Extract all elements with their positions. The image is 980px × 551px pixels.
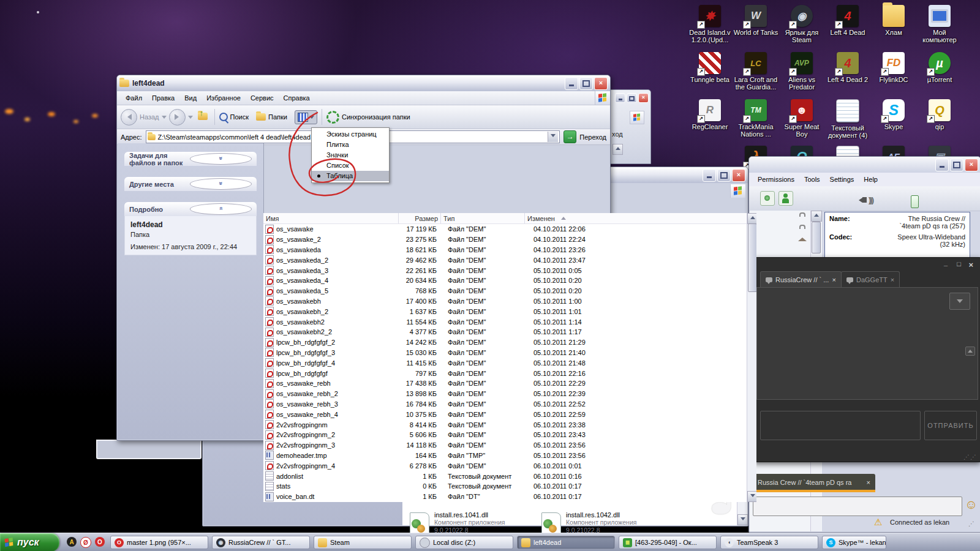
file-row[interactable]: os_vsawakeda_2 29 462 КБ Файл "DEM" 04.1… [263,255,747,265]
desktop-icon[interactable]: 4↗ Left 4 Dead 2 [825,52,870,91]
desktop-icon[interactable]: AVP↗ Aliens vs Predator [779,52,824,91]
column-header-modified[interactable]: Изменен [525,213,756,223]
file-row[interactable]: os_vsawakebh 17 400 КБ Файл "DEM" 05.10.… [263,296,747,307]
menu-item[interactable]: Вид [179,92,202,103]
start-button[interactable]: пуск [0,533,59,551]
desktop-icon[interactable]: LC↗ Lara Croft and the Guardia... [733,52,778,91]
chat-input[interactable] [760,411,921,440]
search-icon[interactable] [219,113,228,121]
desktop-icon[interactable]: ✸↗ Dead Island.v 1.2.0.(Upd... [687,5,733,43]
file-row[interactable]: os_vsawake_rebh 17 438 КБ Файл "DEM" 05.… [263,378,747,389]
places-section-header[interactable]: Другие места» [124,177,257,191]
chevron-up-icon[interactable]: » [190,203,252,215]
menu-item[interactable]: Файл [121,92,147,103]
search-label[interactable]: Поиск [230,113,249,121]
minimize-button[interactable] [615,93,625,103]
file-row[interactable]: stats 0 КБ Текстовый документ 06.10.2011… [263,481,747,492]
maximize-button[interactable] [717,169,731,182]
desktop-icon[interactable]: R↗ RegCleaner [687,99,733,139]
list-scrollbar[interactable] [747,213,756,502]
taskbar-button[interactable]: S Skype™ - lekan24 [822,536,886,549]
desktop-icon[interactable]: µ↗ µTorrent [917,52,962,91]
desktop-icon[interactable]: FD↗ FlylinkDC [871,52,916,91]
menu-item[interactable]: Сервис [246,92,279,103]
desktop-icon[interactable]: W↗ World of Tanks [733,5,778,43]
taskbar-button[interactable]: left4dead [517,536,615,549]
emoticon-button[interactable]: ☺ [965,497,978,512]
menu-item[interactable]: Tools [799,174,825,185]
back-button[interactable] [121,109,137,126]
view-menu-item[interactable]: Значки [312,150,389,160]
maximize-button[interactable] [627,93,637,103]
chat-tab[interactable]: DaGGeTT × [841,271,900,287]
quick-launch-icon[interactable]: Ø [80,537,91,548]
file-row[interactable]: os_vsawake_rebh_2 13 898 КБ Файл "DEM" 0… [263,389,747,399]
scroll-up-button[interactable] [965,347,975,356]
minimize-button[interactable] [935,159,949,171]
file-row[interactable]: demoheader.tmp 164 КБ Файл "TMP" 05.10.2… [263,451,747,461]
view-menu-item[interactable]: Таблица [312,171,389,181]
go-label[interactable]: Переход [579,133,606,141]
view-menu-item[interactable]: Список [312,160,389,171]
teamspeak-chat-input[interactable] [753,497,962,516]
desktop-icon[interactable]: ↗ Мой компьютер [917,5,962,43]
file-row[interactable]: 2v2vsfrogpingnm_3 14 118 КБ Файл "DEM" 0… [263,440,747,451]
taskbar-button[interactable]: O master 1.png (957×... [110,536,208,549]
sync-icon[interactable] [326,111,339,124]
send-button[interactable]: ОТПРАВИТЬ [924,411,977,440]
file-row[interactable]: lpcw_bh_rdgfgfgf_2 14 242 КБ Файл "DEM" … [263,337,747,348]
maximize-button[interactable]: □ [957,260,961,268]
file-row[interactable]: os_vsawakebh_2 1 637 КБ Файл "DEM" 05.10… [263,306,747,317]
up-button[interactable]: ↑ [198,113,208,121]
desktop-icon[interactable]: TM↗ TrackMania Nations ... [733,99,778,139]
scroll-up-button[interactable] [747,213,756,224]
file-row[interactable]: os_vsawake_2 23 275 КБ Файл "DEM" 04.10.… [263,234,747,245]
file-row[interactable]: 2v2vsfrogpingnm_2 5 606 КБ Файл "DEM" 05… [263,430,747,440]
chat-message-area[interactable] [756,287,978,400]
file-row[interactable]: os_vsawake_rebh_3 16 784 КБ Файл "DEM" 0… [263,399,747,410]
minimize-button[interactable]: _ [944,259,948,266]
menu-item[interactable]: Help [859,174,883,185]
forward-dropdown-icon[interactable] [188,116,193,121]
close-button[interactable]: × [594,77,608,90]
tasks-section-header[interactable]: Задачи для файлов и папок» [124,152,257,166]
file-row[interactable]: lpcw_bh_rdgfgfgf 797 КБ Файл "DEM" 05.10… [263,368,747,378]
close-button[interactable]: × [732,169,745,182]
views-button[interactable] [295,110,317,124]
scrollbar-thumb[interactable] [748,223,756,292]
desktop-icon[interactable]: ↗ Tunngle beta [687,52,733,91]
explorer-titlebar[interactable]: left4dead × [117,75,610,91]
file-row[interactable]: lpcw_bh_rdgfgfgf_3 15 030 КБ Файл "DEM" … [263,348,747,358]
back-dropdown-icon[interactable] [162,116,167,121]
file-row[interactable]: os_vsawakebh2 11 554 КБ Файл "DEM" 05.10… [263,317,747,327]
close-button[interactable]: × [638,93,649,103]
chevron-down-icon[interactable]: » [190,153,252,165]
file-row[interactable]: os_vsawakeda_3 22 261 КБ Файл "DEM" 05.1… [263,265,747,276]
maximize-button[interactable] [579,77,593,90]
chevron-down-icon[interactable]: » [190,178,252,190]
resize-grip[interactable]: ⋰ [968,520,975,527]
desktop-icon[interactable]: S↗ Skype [871,99,916,139]
desktop-icon[interactable]: ☻↗ Super Meat Boy [779,99,824,139]
taskbar-button[interactable]: Steam [314,536,412,549]
quick-launch-icon[interactable]: A [67,537,77,547]
file-row[interactable]: os_vsawakeda_5 768 КБ Файл "DEM" 05.10.2… [263,286,747,296]
menu-item[interactable]: Settings [825,174,859,185]
forward-button[interactable] [169,109,186,126]
file-row[interactable]: os_vsawakeda 18 621 КБ Файл "DEM" 04.10.… [263,245,747,255]
menu-item[interactable]: Справка [279,92,315,103]
taskbar-button[interactable]: ≣ [463-295-049] - Ок... [619,536,717,549]
dropdown-button[interactable] [949,293,970,310]
file-row[interactable]: 2v2vsfrogpingnm_4 6 278 КБ Файл "DEM" 06… [263,460,747,471]
column-header-name[interactable]: Имя [263,213,399,223]
quick-launch-icon[interactable]: O [95,537,105,547]
desktop-icon[interactable]: ↗ Текстовый документ (4) [825,99,870,139]
file-row[interactable]: addonlist 1 КБ Текстовый документ 06.10.… [263,471,747,481]
details-section-header[interactable]: Подробно» [124,202,257,216]
address-dropdown-icon[interactable] [548,132,558,142]
folders-icon[interactable] [256,113,266,121]
file-row[interactable]: os_vsawakebh2_2 4 377 КБ Файл "DEM" 05.1… [263,327,747,337]
column-header-type[interactable]: Тип [441,213,525,223]
view-menu-item[interactable]: Плитка [312,140,389,150]
view-menu-item[interactable]: Эскизы страниц [312,129,389,140]
